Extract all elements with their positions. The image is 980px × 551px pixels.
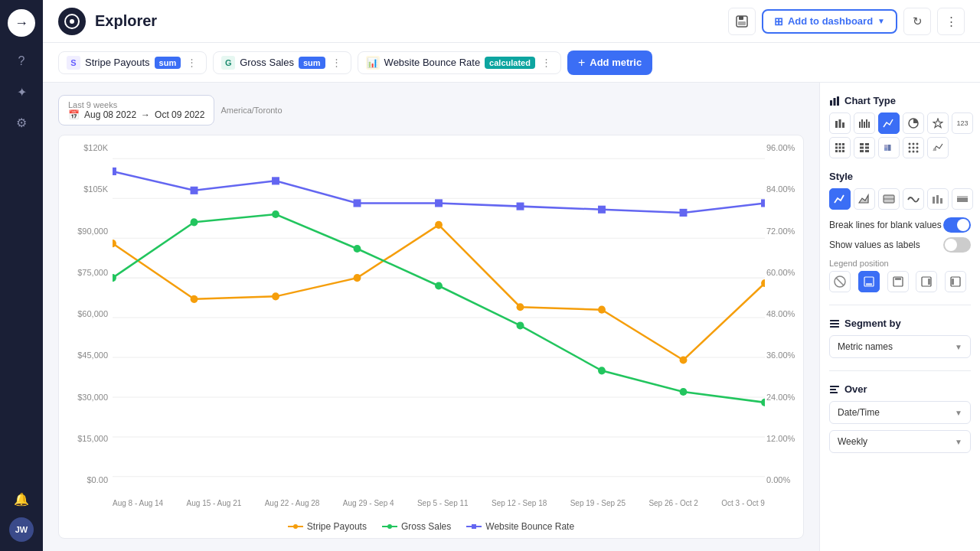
legend-pos-btn-2[interactable] bbox=[887, 271, 909, 292]
svg-rect-74 bbox=[865, 150, 869, 152]
sidebar-logo: → bbox=[8, 9, 35, 37]
legend-position-label: Legend position bbox=[829, 259, 971, 268]
chart-type-btn-8[interactable] bbox=[878, 137, 900, 158]
style-section: Style Break lines for blank values Show … bbox=[829, 171, 971, 292]
svg-rect-92 bbox=[940, 198, 942, 204]
svg-point-16 bbox=[272, 292, 279, 300]
svg-rect-65 bbox=[842, 147, 844, 149]
sidebar-item-bell[interactable]: 🔔 bbox=[9, 487, 34, 511]
y-right-label: 24.00% bbox=[766, 393, 800, 402]
gross-more-icon[interactable]: ⋮ bbox=[330, 57, 343, 68]
show-values-toggle-row: Show values as labels bbox=[829, 237, 971, 253]
x-label: Aug 22 - Aug 28 bbox=[265, 499, 320, 507]
y-right-label: 96.00% bbox=[766, 143, 800, 152]
gross-sales-label: Gross Sales bbox=[240, 57, 294, 68]
page-title: Explorer bbox=[95, 12, 157, 30]
add-metric-plus-icon: + bbox=[578, 56, 585, 70]
style-btn-3[interactable] bbox=[903, 188, 924, 210]
bounce-more-icon[interactable]: ⋮ bbox=[540, 57, 553, 68]
bounce-rate-label: Website Bounce Rate bbox=[384, 57, 481, 68]
style-btn-4[interactable] bbox=[927, 188, 949, 210]
date-range-picker[interactable]: Last 9 weeks 📅 Aug 08 2022 → Oct 09 2022 bbox=[58, 95, 214, 126]
style-btn-5[interactable] bbox=[952, 188, 973, 210]
chart-type-btn-5[interactable]: 123 bbox=[952, 112, 973, 134]
y-left-label: $90,000 bbox=[62, 227, 108, 236]
add-metric-button[interactable]: + Add metric bbox=[567, 51, 652, 75]
svg-rect-46 bbox=[472, 524, 476, 529]
chart-type-btn-9[interactable] bbox=[903, 137, 924, 158]
style-btn-0[interactable] bbox=[829, 188, 851, 210]
y-right-label: 12.00% bbox=[766, 434, 800, 443]
svg-point-83 bbox=[916, 147, 919, 149]
y-left-label: $75,000 bbox=[62, 268, 108, 277]
sidebar-item-settings[interactable]: ⚙ bbox=[9, 110, 34, 135]
chart-type-btn-10[interactable] bbox=[927, 137, 949, 158]
legend-bounce: Website Bounce Rate bbox=[466, 521, 574, 532]
refresh-button[interactable]: ↻ bbox=[903, 8, 931, 35]
more-options-button[interactable]: ⋮ bbox=[937, 8, 965, 35]
svg-rect-91 bbox=[936, 195, 939, 204]
style-btn-1[interactable] bbox=[854, 188, 875, 210]
metric-chip-bounce[interactable]: 📊 Website Bounce Rate calculated ⋮ bbox=[358, 51, 561, 74]
chart-type-btn-6[interactable] bbox=[829, 137, 851, 158]
segment-dropdown[interactable]: Metric names ▼ bbox=[829, 335, 971, 358]
y-axis-left: $120K$105K$90,000$75,000$60,000$45,000$3… bbox=[62, 143, 108, 484]
x-label: Aug 29 - Sep 4 bbox=[343, 499, 394, 507]
frequency-placeholder: Weekly bbox=[838, 436, 867, 447]
legend-pos-btn-3[interactable] bbox=[916, 271, 937, 292]
add-to-dashboard-button[interactable]: ⊞ Add to dashboard ▼ bbox=[762, 9, 897, 34]
legend-pos-btn-0[interactable] bbox=[829, 271, 851, 292]
stripe-more-icon[interactable]: ⋮ bbox=[185, 57, 198, 68]
svg-point-80 bbox=[916, 143, 919, 145]
bounce-badge: calculated bbox=[485, 57, 535, 69]
metric-chip-stripe[interactable]: S Stripe Payouts sum ⋮ bbox=[58, 51, 207, 74]
chart-type-btn-7[interactable] bbox=[854, 137, 875, 158]
x-label: Sep 5 - Sep 11 bbox=[417, 499, 469, 507]
svg-point-42 bbox=[293, 524, 298, 529]
date-range-label: Last 9 weeks bbox=[68, 100, 204, 109]
svg-rect-35 bbox=[354, 199, 361, 207]
chart-type-btn-1[interactable] bbox=[854, 112, 875, 134]
svg-rect-55 bbox=[864, 122, 865, 128]
segment-placeholder: Metric names bbox=[838, 341, 893, 352]
svg-rect-72 bbox=[865, 147, 869, 149]
svg-rect-62 bbox=[842, 143, 844, 145]
over-section: Over Date/Time ▼ Weekly ▼ bbox=[829, 383, 971, 453]
svg-rect-66 bbox=[835, 150, 838, 152]
show-values-label: Show values as labels bbox=[829, 240, 920, 250]
legend-pos-btn-4[interactable] bbox=[945, 271, 966, 292]
svg-point-24 bbox=[191, 218, 198, 226]
sidebar-avatar[interactable]: JW bbox=[9, 517, 34, 542]
frequency-dropdown[interactable]: Weekly ▼ bbox=[829, 430, 971, 453]
sidebar-item-explore[interactable]: ✦ bbox=[9, 80, 34, 104]
date-range-dates: 📅 Aug 08 2022 → Oct 09 2022 bbox=[68, 109, 204, 120]
chart-svg bbox=[113, 143, 765, 484]
break-lines-toggle[interactable] bbox=[943, 217, 971, 233]
svg-rect-51 bbox=[839, 119, 841, 128]
legend-pos-btn-1[interactable] bbox=[858, 271, 880, 292]
chart-type-btn-2[interactable] bbox=[878, 112, 900, 134]
metric-chip-gross[interactable]: G Gross Sales sum ⋮ bbox=[213, 51, 351, 74]
chart-type-title: Chart Type bbox=[829, 95, 971, 106]
chart-type-btn-3[interactable] bbox=[903, 112, 924, 134]
svg-point-30 bbox=[680, 388, 688, 396]
svg-rect-105 bbox=[830, 320, 839, 321]
y-left-label: $105K bbox=[62, 184, 108, 194]
legend-bounce-label: Website Bounce Rate bbox=[485, 521, 574, 532]
svg-rect-94 bbox=[957, 196, 968, 199]
x-label: Aug 15 - Aug 21 bbox=[187, 499, 242, 507]
svg-rect-76 bbox=[888, 145, 891, 151]
svg-marker-59 bbox=[933, 119, 942, 128]
svg-rect-77 bbox=[884, 148, 887, 151]
sidebar-item-help[interactable]: ? bbox=[9, 49, 34, 73]
style-btn-2[interactable] bbox=[878, 188, 900, 210]
add-metric-label: Add metric bbox=[590, 57, 642, 68]
save-button[interactable] bbox=[728, 8, 756, 35]
chart-type-btn-4[interactable] bbox=[927, 112, 949, 134]
over-dropdown[interactable]: Date/Time ▼ bbox=[829, 401, 971, 424]
show-values-toggle[interactable] bbox=[943, 237, 971, 253]
break-lines-toggle-row: Break lines for blank values bbox=[829, 217, 971, 233]
chart-type-btn-0[interactable] bbox=[829, 112, 851, 134]
svg-rect-34 bbox=[272, 177, 279, 184]
svg-rect-64 bbox=[839, 147, 841, 149]
